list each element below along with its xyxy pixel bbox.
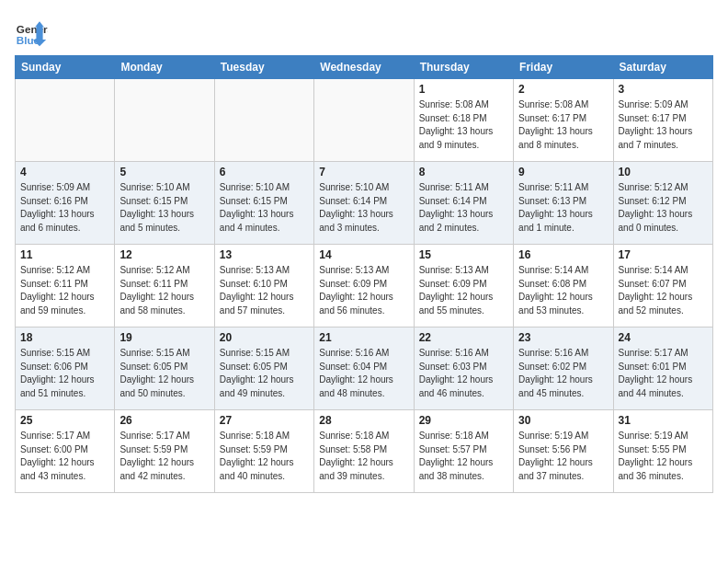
day-number: 21: [319, 331, 408, 344]
day-info: Sunrise: 5:08 AM Sunset: 6:18 PM Dayligh…: [419, 98, 508, 152]
calendar-cell: 17Sunrise: 5:14 AM Sunset: 6:07 PM Dayli…: [613, 245, 712, 327]
calendar-cell: 4Sunrise: 5:09 AM Sunset: 6:16 PM Daylig…: [16, 162, 115, 245]
day-info: Sunrise: 5:13 AM Sunset: 6:09 PM Dayligh…: [419, 264, 508, 317]
col-header-monday: Monday: [115, 56, 214, 79]
calendar-cell: 18Sunrise: 5:15 AM Sunset: 6:06 PM Dayli…: [16, 327, 115, 410]
day-info: Sunrise: 5:10 AM Sunset: 6:15 PM Dayligh…: [119, 181, 209, 235]
day-info: Sunrise: 5:15 AM Sunset: 6:05 PM Dayligh…: [119, 347, 209, 400]
calendar-cell: 21Sunrise: 5:16 AM Sunset: 6:04 PM Dayli…: [314, 327, 414, 410]
day-number: 12: [119, 248, 209, 261]
day-number: 17: [619, 248, 708, 261]
calendar-cell: 10Sunrise: 5:12 AM Sunset: 6:12 PM Dayli…: [613, 162, 712, 245]
col-header-wednesday: Wednesday: [314, 56, 414, 79]
day-number: 2: [518, 83, 608, 96]
calendar-cell: 11Sunrise: 5:12 AM Sunset: 6:11 PM Dayli…: [16, 245, 115, 327]
day-info: Sunrise: 5:11 AM Sunset: 6:13 PM Dayligh…: [518, 181, 608, 235]
day-number: 11: [20, 248, 109, 261]
logo-icon: General Blue: [15, 15, 48, 48]
calendar-cell: 15Sunrise: 5:13 AM Sunset: 6:09 PM Dayli…: [414, 245, 513, 327]
calendar-cell: 12Sunrise: 5:12 AM Sunset: 6:11 PM Dayli…: [115, 245, 214, 327]
day-info: Sunrise: 5:17 AM Sunset: 5:59 PM Dayligh…: [119, 430, 209, 483]
day-number: 16: [518, 248, 608, 261]
day-number: 4: [20, 166, 109, 178]
week-row-4: 18Sunrise: 5:15 AM Sunset: 6:06 PM Dayli…: [16, 327, 713, 410]
calendar-cell: 6Sunrise: 5:10 AM Sunset: 6:15 PM Daylig…: [214, 162, 313, 245]
day-number: 6: [220, 166, 309, 178]
day-info: Sunrise: 5:13 AM Sunset: 6:09 PM Dayligh…: [319, 264, 408, 317]
week-row-2: 4Sunrise: 5:09 AM Sunset: 6:16 PM Daylig…: [16, 162, 713, 245]
col-header-saturday: Saturday: [613, 56, 712, 79]
day-number: 15: [419, 248, 508, 261]
day-info: Sunrise: 5:12 AM Sunset: 6:11 PM Dayligh…: [20, 264, 109, 317]
calendar-cell: 31Sunrise: 5:19 AM Sunset: 5:55 PM Dayli…: [613, 410, 712, 493]
calendar-cell: 7Sunrise: 5:10 AM Sunset: 6:14 PM Daylig…: [314, 162, 414, 245]
day-number: 19: [119, 331, 209, 344]
day-info: Sunrise: 5:17 AM Sunset: 6:01 PM Dayligh…: [619, 347, 708, 400]
calendar-cell: 22Sunrise: 5:16 AM Sunset: 6:03 PM Dayli…: [414, 327, 513, 410]
calendar-cell: 27Sunrise: 5:18 AM Sunset: 5:59 PM Dayli…: [214, 410, 313, 493]
day-number: 28: [319, 414, 408, 427]
calendar-cell: 13Sunrise: 5:13 AM Sunset: 6:10 PM Dayli…: [214, 245, 313, 327]
day-number: 27: [220, 414, 309, 427]
calendar: SundayMondayTuesdayWednesdayThursdayFrid…: [15, 55, 713, 493]
day-info: Sunrise: 5:09 AM Sunset: 6:16 PM Dayligh…: [20, 181, 109, 235]
calendar-cell: [115, 79, 214, 162]
calendar-cell: [214, 79, 313, 162]
calendar-cell: 24Sunrise: 5:17 AM Sunset: 6:01 PM Dayli…: [613, 327, 712, 410]
day-info: Sunrise: 5:10 AM Sunset: 6:14 PM Dayligh…: [319, 181, 408, 235]
calendar-cell: 3Sunrise: 5:09 AM Sunset: 6:17 PM Daylig…: [613, 79, 712, 162]
day-number: 9: [518, 166, 608, 178]
day-number: 22: [419, 331, 508, 344]
day-info: Sunrise: 5:14 AM Sunset: 6:08 PM Dayligh…: [518, 264, 608, 317]
day-info: Sunrise: 5:10 AM Sunset: 6:15 PM Dayligh…: [220, 181, 309, 235]
day-number: 3: [619, 83, 708, 96]
col-header-thursday: Thursday: [414, 56, 513, 79]
day-number: 24: [619, 331, 708, 344]
calendar-header-row: SundayMondayTuesdayWednesdayThursdayFrid…: [16, 56, 713, 79]
calendar-cell: 26Sunrise: 5:17 AM Sunset: 5:59 PM Dayli…: [115, 410, 214, 493]
calendar-cell: 19Sunrise: 5:15 AM Sunset: 6:05 PM Dayli…: [115, 327, 214, 410]
col-header-friday: Friday: [514, 56, 613, 79]
day-info: Sunrise: 5:19 AM Sunset: 5:55 PM Dayligh…: [619, 430, 708, 483]
day-info: Sunrise: 5:18 AM Sunset: 5:59 PM Dayligh…: [220, 430, 309, 483]
calendar-cell: 20Sunrise: 5:15 AM Sunset: 6:05 PM Dayli…: [214, 327, 313, 410]
calendar-cell: 14Sunrise: 5:13 AM Sunset: 6:09 PM Dayli…: [314, 245, 414, 327]
day-info: Sunrise: 5:09 AM Sunset: 6:17 PM Dayligh…: [619, 98, 708, 152]
calendar-cell: 2Sunrise: 5:08 AM Sunset: 6:17 PM Daylig…: [514, 79, 613, 162]
day-info: Sunrise: 5:08 AM Sunset: 6:17 PM Dayligh…: [518, 98, 608, 152]
day-number: 30: [518, 414, 608, 427]
day-number: 1: [419, 83, 508, 96]
calendar-cell: 5Sunrise: 5:10 AM Sunset: 6:15 PM Daylig…: [115, 162, 214, 245]
day-number: 14: [319, 248, 408, 261]
day-info: Sunrise: 5:11 AM Sunset: 6:14 PM Dayligh…: [419, 181, 508, 235]
calendar-cell: 30Sunrise: 5:19 AM Sunset: 5:56 PM Dayli…: [514, 410, 613, 493]
day-info: Sunrise: 5:15 AM Sunset: 6:06 PM Dayligh…: [20, 347, 109, 400]
day-number: 18: [20, 331, 109, 344]
day-number: 26: [119, 414, 209, 427]
logo: General Blue: [15, 15, 48, 48]
calendar-cell: 25Sunrise: 5:17 AM Sunset: 6:00 PM Dayli…: [16, 410, 115, 493]
day-number: 7: [319, 166, 408, 178]
day-info: Sunrise: 5:18 AM Sunset: 5:57 PM Dayligh…: [419, 430, 508, 483]
day-info: Sunrise: 5:12 AM Sunset: 6:11 PM Dayligh…: [119, 264, 209, 317]
col-header-tuesday: Tuesday: [214, 56, 313, 79]
col-header-sunday: Sunday: [16, 56, 115, 79]
day-info: Sunrise: 5:16 AM Sunset: 6:03 PM Dayligh…: [419, 347, 508, 400]
day-info: Sunrise: 5:17 AM Sunset: 6:00 PM Dayligh…: [20, 430, 109, 483]
day-info: Sunrise: 5:14 AM Sunset: 6:07 PM Dayligh…: [619, 264, 708, 317]
day-info: Sunrise: 5:16 AM Sunset: 6:04 PM Dayligh…: [319, 347, 408, 400]
day-number: 25: [20, 414, 109, 427]
day-number: 20: [220, 331, 309, 344]
calendar-cell: [16, 79, 115, 162]
day-info: Sunrise: 5:15 AM Sunset: 6:05 PM Dayligh…: [220, 347, 309, 400]
day-number: 29: [419, 414, 508, 427]
day-number: 31: [619, 414, 708, 427]
week-row-3: 11Sunrise: 5:12 AM Sunset: 6:11 PM Dayli…: [16, 245, 713, 327]
day-info: Sunrise: 5:16 AM Sunset: 6:02 PM Dayligh…: [518, 347, 608, 400]
header: General Blue: [15, 15, 713, 48]
week-row-5: 25Sunrise: 5:17 AM Sunset: 6:00 PM Dayli…: [16, 410, 713, 493]
day-number: 10: [619, 166, 708, 178]
day-info: Sunrise: 5:19 AM Sunset: 5:56 PM Dayligh…: [518, 430, 608, 483]
calendar-cell: 16Sunrise: 5:14 AM Sunset: 6:08 PM Dayli…: [514, 245, 613, 327]
svg-text:General: General: [17, 23, 48, 35]
